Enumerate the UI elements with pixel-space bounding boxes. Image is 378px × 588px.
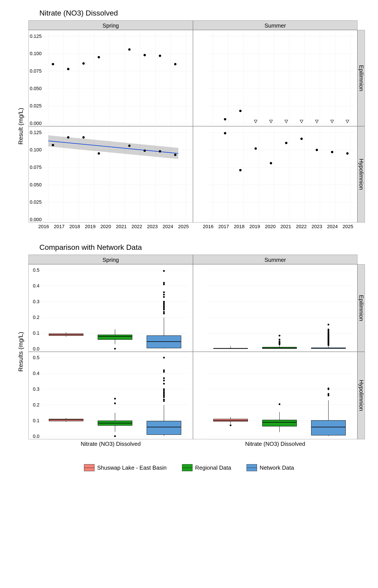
svg-point-226 (163, 390, 165, 392)
bottom-chart-title: Comparison with Network Data (39, 243, 365, 252)
svg-point-103 (224, 132, 226, 134)
svg-point-249 (279, 403, 281, 405)
svg-point-109 (316, 149, 318, 151)
svg-point-231 (163, 371, 165, 373)
boxpanel-spring-epilimnion: 0.00.10.20.30.40.5 (28, 264, 193, 352)
legend-label-regional: Regional Data (195, 464, 231, 471)
svg-point-111 (346, 152, 349, 155)
legend-item-shuswap: Shuswap Lake - East Basin (84, 464, 167, 471)
svg-marker-51 (300, 120, 303, 123)
svg-marker-52 (315, 120, 318, 123)
svg-point-146 (163, 294, 165, 295)
svg-text:0.4: 0.4 (33, 371, 39, 376)
svg-point-82 (97, 152, 100, 155)
svg-point-110 (331, 151, 333, 153)
svg-text:0.000: 0.000 (30, 217, 41, 222)
svg-point-149 (163, 282, 165, 284)
boxpanel-spring-hypolimnion: 0.00.10.20.30.40.5 (28, 352, 193, 439)
boxpanel-summer-hypolimnion (193, 352, 357, 439)
top-strip-summer: Summer (193, 20, 357, 30)
svg-point-220 (163, 400, 165, 402)
svg-text:0.075: 0.075 (30, 68, 41, 74)
svg-point-144 (163, 301, 165, 303)
top-strip-epilimnion: Epilimnion (357, 30, 365, 126)
svg-point-213 (114, 435, 116, 437)
svg-point-222 (163, 396, 165, 398)
legend-swatch-shuswap (84, 464, 94, 471)
legend-item-network: Network Data (246, 464, 294, 471)
svg-text:0.025: 0.025 (30, 199, 41, 205)
bot-strip-hypolimnion: Hypolimnion (357, 352, 365, 439)
svg-point-80 (67, 136, 69, 139)
panel-spring-epilimnion: 0.0000.0250.0500.0750.1000.125 (28, 30, 193, 126)
svg-point-137 (163, 313, 165, 314)
svg-marker-50 (285, 120, 288, 123)
svg-point-141 (163, 306, 165, 307)
svg-point-140 (163, 307, 165, 309)
svg-text:0.125: 0.125 (30, 130, 41, 135)
svg-point-108 (300, 138, 303, 140)
svg-text:0.1: 0.1 (33, 418, 39, 423)
svg-point-132 (114, 348, 116, 349)
svg-point-150 (163, 270, 165, 272)
svg-point-86 (174, 154, 176, 156)
bottom-ylabel: Results (mg/L) (13, 264, 28, 439)
svg-marker-49 (270, 120, 272, 123)
legend-label-network: Network Data (260, 464, 294, 471)
svg-text:0.5: 0.5 (33, 267, 39, 273)
svg-point-168 (279, 341, 281, 342)
boxpanel-summer-epilimnion (193, 264, 357, 352)
top-ylabel: Result (mg/L) (13, 30, 28, 223)
svg-rect-130 (98, 335, 132, 340)
svg-rect-218 (147, 421, 181, 435)
svg-point-25 (97, 56, 100, 58)
panel-spring-hypolimnion: 0.0000.0250.0500.0750.1000.125 (28, 126, 193, 223)
svg-point-81 (82, 136, 85, 139)
svg-text:0.2: 0.2 (33, 402, 39, 408)
svg-point-221 (163, 399, 165, 400)
svg-text:0.125: 0.125 (30, 33, 41, 39)
svg-text:0.2: 0.2 (33, 315, 39, 320)
bot-strip-summer: Summer (193, 255, 357, 264)
svg-point-79 (52, 144, 54, 146)
svg-point-107 (285, 142, 287, 144)
bot-strip-spring: Spring (28, 255, 193, 264)
svg-text:0.075: 0.075 (30, 164, 41, 170)
svg-point-147 (163, 291, 165, 293)
svg-point-138 (163, 311, 165, 313)
svg-point-223 (163, 395, 165, 396)
svg-point-22 (52, 63, 54, 66)
svg-rect-252 (311, 420, 346, 435)
svg-point-26 (128, 48, 131, 51)
svg-point-228 (163, 383, 165, 385)
svg-point-47 (239, 110, 242, 112)
svg-marker-54 (346, 120, 349, 123)
legend-label-shuswap: Shuswap Lake - East Basin (97, 464, 167, 471)
svg-marker-53 (331, 120, 334, 123)
svg-point-23 (67, 68, 69, 70)
svg-point-24 (82, 62, 85, 65)
svg-point-257 (327, 388, 329, 389)
svg-text:0.0: 0.0 (33, 434, 39, 439)
svg-point-106 (270, 162, 272, 164)
svg-text:0.3: 0.3 (33, 299, 39, 304)
svg-text:0.4: 0.4 (33, 283, 39, 289)
bottom-xlab-0: Nitrate (NO3) Dissolved (28, 439, 193, 449)
svg-point-233 (163, 357, 165, 359)
svg-point-139 (163, 309, 165, 310)
svg-point-104 (239, 169, 242, 171)
svg-point-229 (163, 380, 165, 382)
panel-summer-epilimnion (193, 30, 357, 126)
svg-point-169 (279, 339, 281, 340)
svg-point-192 (327, 324, 329, 325)
legend-swatch-network (246, 464, 257, 471)
svg-point-244 (230, 424, 231, 426)
top-strip-spring: Spring (28, 20, 193, 30)
svg-point-105 (254, 147, 257, 150)
top-chart-title: Nitrate (NO3) Dissolved (39, 9, 365, 17)
top-strip-hypolimnion: Hypolimnion (357, 126, 365, 223)
svg-point-227 (163, 388, 165, 390)
svg-point-225 (163, 392, 165, 393)
svg-text:0.050: 0.050 (30, 86, 41, 91)
svg-marker-48 (254, 120, 257, 123)
